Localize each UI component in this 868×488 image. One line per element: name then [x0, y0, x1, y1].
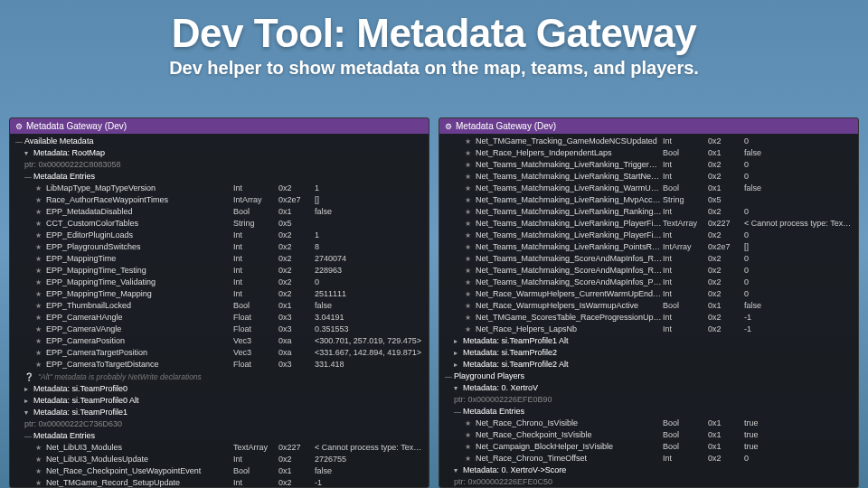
metadata-entry[interactable]: ★EPP_CameraVAngleFloat0x30.351553 [14, 324, 425, 335]
metadata-entry[interactable]: ★Net_Teams_Matchmaking_ScoreAndMapInfos_… [443, 253, 854, 265]
metadata-entry[interactable]: ★Net_Race_Chrono_TimeOffsetInt0x20 [443, 453, 854, 465]
entry-name: EPP_PlaygroundSwitches [46, 242, 233, 252]
metadata-panel-right: ⚙ Metadata Gateway (Dev) ★Net_TMGame_Tra… [439, 117, 859, 488]
star-icon: ★ [465, 442, 476, 452]
metadata-entry[interactable]: ★Net_Teams_Matchmaking_LiveRanking_Ranki… [443, 206, 854, 218]
entry-hex: 0x2 [278, 183, 315, 193]
metadata-entry[interactable]: ★Net_Race_WarmupHelpers_IsWarmupActiveBo… [443, 300, 854, 312]
metadata-entry[interactable]: ★Net_Teams_Matchmaking_ScoreAndMapInfos_… [443, 265, 854, 277]
star-icon: ★ [35, 230, 46, 240]
entry-name: EPP_EditorPluginLoads [46, 230, 233, 240]
entry-hex: 0x1 [278, 207, 315, 217]
star-icon: ★ [465, 148, 476, 158]
metadata-entry[interactable]: ★EPP_MetadataDisabledBool0x1false [14, 206, 425, 218]
entry-type: Int [233, 230, 278, 240]
entries-list: ★LibMapType_MapTypeVersionInt0x21★Race_A… [14, 183, 425, 371]
panel-titlebar[interactable]: ⚙ Metadata Gateway (Dev) [439, 118, 858, 134]
available-metadata-header[interactable]: — Available Metadata [14, 136, 425, 147]
metadata-entry[interactable]: ★Net_Race_Helpers_LapsNbInt0x2-1 [443, 324, 854, 335]
entry-hex: 0x1 [708, 301, 744, 311]
metadata-entry[interactable]: ★EPP_MappingTimeInt0x22740074 [14, 253, 425, 265]
metadata-entry[interactable]: ★Net_TMGame_Record_SetupUpdateInt0x2-1 [14, 477, 425, 488]
player-node[interactable]: ▾ Metadata: 0. XertroV [443, 382, 854, 394]
entry-value: < Cannot process type: TextArray> [744, 219, 853, 229]
star-icon: ★ [35, 207, 46, 217]
metadata-entry[interactable]: ★Net_Race_Helpers_IndependentLapsBool0x1… [443, 147, 854, 159]
entry-hex: 0x1 [708, 442, 744, 452]
metadata-entry[interactable]: ★Net_LibUI3_ModulesTextArray0x227< Canno… [14, 442, 425, 454]
metadata-entry[interactable]: ★EPP_MappingTime_ValidatingInt0x20 [14, 277, 425, 288]
star-icon: ★ [465, 289, 476, 299]
entry-name: Net_Teams_Matchmaking_LiveRanking_WarmUp… [476, 183, 663, 193]
entry-hex: 0x2 [708, 313, 744, 323]
metadata-entry[interactable]: ★EPP_CameraTargetPositionVec30xa<331.667… [14, 347, 425, 359]
metadata-entry[interactable]: ★EPP_ThumbnailLockedBool0x1false [14, 300, 425, 312]
metadata-entry[interactable]: ★EPP_CameraToTargetDistanceFloat0x3331.4… [14, 359, 425, 371]
entry-type: Int [233, 266, 278, 276]
entry-name: EPP_CameraToTargetDistance [46, 360, 233, 370]
page-subtitle: Dev helper to show metadata on the map, … [0, 58, 868, 79]
entry-name: Net_Race_Helpers_IndependentLaps [476, 148, 663, 158]
star-icon: ★ [35, 301, 46, 311]
metadata-entry[interactable]: ★Net_Race_WarmupHelpers_CurrentWarmUpEnd… [443, 288, 854, 300]
metadata-entry[interactable]: ★EPP_EditorPluginLoadsInt0x21 [14, 230, 425, 241]
metadata-node[interactable]: ▸Metadata: si.TeamProfile0 Alt [14, 395, 425, 407]
entry-name: EPP_CameraTargetPosition [46, 348, 233, 358]
entries-header[interactable]: — Metadata Entries [14, 171, 425, 183]
entry-value: true [744, 430, 853, 440]
metadata-entry[interactable]: ★Net_Teams_Matchmaking_LiveRanking_WarmU… [443, 183, 854, 194]
star-icon: ★ [465, 160, 476, 170]
entry-name: Net_LibUI3_Modules [46, 443, 233, 453]
rootmap-node[interactable]: ▾ Metadata: RootMap [14, 147, 425, 159]
metadata-node[interactable]: ▸Metadata: si.TeamProfile2 [443, 347, 854, 359]
metadata-entry[interactable]: ★Net_Race_Checkpoint_UseWaypointEventBoo… [14, 465, 425, 477]
metadata-node[interactable]: ▾Metadata: si.TeamProfile1 [14, 407, 425, 418]
metadata-entry[interactable]: ★Net_Teams_Matchmaking_LiveRanking_Playe… [443, 218, 854, 230]
metadata-node[interactable]: ▸Metadata: si.TeamProfile1 Alt [443, 335, 854, 347]
entry-value: 0.351553 [315, 324, 423, 334]
metadata-entry[interactable]: ★Net_TMGame_Tracking_GameModeNCSUpdatedI… [443, 136, 854, 147]
entry-hex: 0x2 [708, 207, 744, 217]
entry-name: EPP_MappingTime_Mapping [46, 289, 233, 299]
metadata-entry[interactable]: ★Net_LibUI3_ModulesUpdateInt0x22726755 [14, 454, 425, 465]
tp1-entries-header[interactable]: — Metadata Entries [14, 430, 425, 442]
caret-down-icon: — [15, 136, 24, 146]
player0-entries-header[interactable]: — Metadata Entries [443, 406, 854, 418]
metadata-entry[interactable]: ★Net_Teams_Matchmaking_ScoreAndMapInfos_… [443, 277, 854, 288]
metadata-node[interactable]: ▸Metadata: si.TeamProfile0 [14, 383, 425, 395]
entry-name: Net_Race_WarmupHelpers_CurrentWarmUpEndT… [476, 289, 663, 299]
metadata-entry[interactable]: ★Net_Teams_Matchmaking_LiveRanking_Start… [443, 171, 854, 183]
entry-value: 0 [744, 160, 853, 170]
panel-titlebar[interactable]: ⚙ Metadata Gateway (Dev) [10, 118, 429, 134]
metadata-entry[interactable]: ★Net_TMGame_ScoresTable_RaceProgressionU… [443, 312, 854, 324]
star-icon: ★ [465, 195, 476, 205]
playground-players-header[interactable]: — Playground Players [443, 371, 854, 382]
metadata-entry[interactable]: ★EPP_CameraPositionVec30xa<300.701, 257.… [14, 335, 425, 347]
metadata-entry[interactable]: ★Net_Teams_Matchmaking_LiveRanking_MvpAc… [443, 194, 854, 206]
metadata-entry[interactable]: ★EPP_MappingTime_TestingInt0x2228963 [14, 265, 425, 277]
metadata-entry[interactable]: ★Net_Teams_Matchmaking_LiveRanking_Trigg… [443, 159, 854, 171]
entry-type: Int [663, 254, 708, 264]
metadata-entry[interactable]: ★Net_Race_Chrono_IsVisibleBool0x1true [443, 418, 854, 429]
player-score-node[interactable]: ▾ Metadata: 0. XertroV->Score [443, 465, 854, 476]
metadata-entry[interactable]: ★Net_Teams_Matchmaking_LiveRanking_Playe… [443, 230, 854, 241]
section-label: Playground Players [454, 371, 524, 381]
caret-icon: ▾ [24, 408, 33, 418]
metadata-entry[interactable]: ★LibMapType_MapTypeVersionInt0x21 [14, 183, 425, 194]
entry-name: Race_AuthorRaceWaypointTimes [46, 195, 233, 205]
panel-body: ★Net_TMGame_Tracking_GameModeNCSUpdatedI… [439, 134, 858, 488]
entry-hex: 0x1 [708, 418, 744, 428]
entry-name: EPP_MappingTime_Testing [46, 266, 233, 276]
metadata-entry[interactable]: ★Net_Campaign_BlockHelper_IsVisibleBool0… [443, 441, 854, 453]
entry-hex: 0x2e7 [708, 242, 744, 252]
metadata-entry[interactable]: ★EPP_PlaygroundSwitchesInt0x28 [14, 241, 425, 253]
metadata-entry[interactable]: ★Net_Teams_Matchmaking_LiveRanking_Point… [443, 241, 854, 253]
metadata-entry[interactable]: ★EPP_MappingTime_MappingInt0x22511111 [14, 288, 425, 300]
metadata-entry[interactable]: ★Race_AuthorRaceWaypointTimesIntArray0x2… [14, 194, 425, 206]
metadata-node[interactable]: ▸Metadata: si.TeamProfile2 Alt [443, 359, 854, 371]
metadata-entry[interactable]: ★CCT_CustomColorTablesString0x5 [14, 218, 425, 230]
entry-value: true [744, 442, 853, 452]
caret-down-icon: — [24, 172, 33, 182]
metadata-entry[interactable]: ★Net_Race_Checkpoint_IsVisibleBool0x1tru… [443, 429, 854, 441]
metadata-entry[interactable]: ★EPP_CameraHAngleFloat0x33.04191 [14, 312, 425, 324]
